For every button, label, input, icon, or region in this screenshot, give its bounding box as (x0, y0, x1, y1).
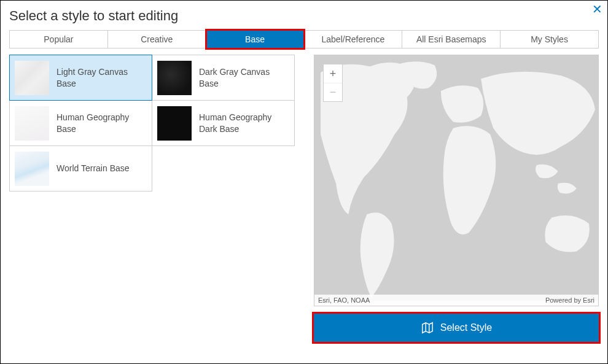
zoom-control: + − (323, 64, 343, 102)
tabs-bar: Popular Creative Base Label/Reference Al… (9, 30, 599, 48)
select-style-label: Select Style (440, 322, 492, 333)
style-label: Dark Gray Canvas Base (199, 66, 285, 88)
style-label: World Terrain Base (57, 163, 130, 174)
tab-label-reference[interactable]: Label/Reference (304, 30, 402, 48)
style-thumbnail (15, 106, 49, 141)
close-icon[interactable]: ✕ (592, 3, 602, 15)
styles-grid: Light Gray Canvas Base Dark Gray Canvas … (9, 55, 295, 342)
tab-base[interactable]: Base (206, 30, 305, 48)
style-card-world-terrain[interactable]: World Terrain Base (9, 145, 152, 192)
style-card-light-gray[interactable]: Light Gray Canvas Base (9, 55, 152, 101)
style-thumbnail (15, 152, 49, 186)
tab-label: Base (245, 34, 265, 44)
style-card-dark-gray[interactable]: Dark Gray Canvas Base (152, 55, 295, 101)
style-thumbnail (157, 106, 192, 141)
style-label: Light Gray Canvas Base (57, 66, 142, 88)
style-label: Human Geography Dark Base (199, 112, 285, 134)
tab-label: Popular (44, 34, 73, 44)
style-card-human-geography-dark[interactable]: Human Geography Dark Base (152, 100, 295, 146)
tab-creative[interactable]: Creative (108, 30, 206, 48)
style-thumbnail (157, 61, 192, 95)
zoom-out-button[interactable]: − (324, 83, 342, 101)
select-style-button[interactable]: Select Style (314, 314, 599, 342)
tab-all-esri-basemaps[interactable]: All Esri Basemaps (402, 30, 501, 48)
attribution-right: Powered by Esri (545, 296, 594, 304)
attribution-left: Esri, FAO, NOAA (318, 296, 370, 304)
tab-my-styles[interactable]: My Styles (501, 30, 599, 48)
world-map-svg (314, 55, 598, 306)
select-style-wrap: Select Style (314, 314, 599, 342)
map-attribution: Esri, FAO, NOAA Powered by Esri (314, 295, 598, 306)
zoom-in-button[interactable]: + (324, 64, 342, 83)
tab-label: All Esri Basemaps (416, 34, 486, 44)
tab-label: Label/Reference (322, 34, 385, 44)
style-card-human-geography[interactable]: Human Geography Base (9, 100, 152, 146)
style-label: Human Geography Base (57, 112, 142, 134)
dialog-title: Select a style to start editing (9, 8, 599, 24)
map-icon (421, 321, 434, 335)
tab-label: My Styles (531, 34, 568, 44)
style-thumbnail (15, 61, 49, 95)
map-preview[interactable]: + − Esri, FAO, NOAA Powered by Esri (314, 55, 599, 306)
tab-popular[interactable]: Popular (9, 30, 108, 48)
tab-label: Creative (141, 34, 173, 44)
